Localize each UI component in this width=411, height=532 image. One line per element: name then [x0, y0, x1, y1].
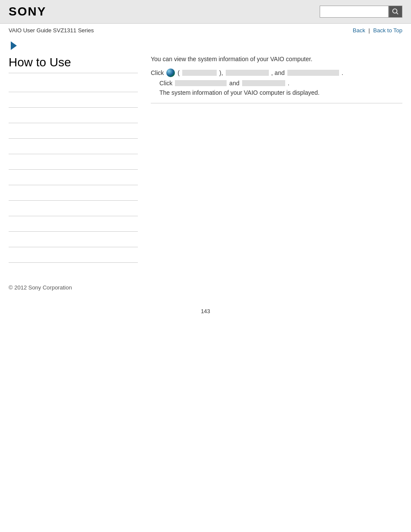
search-area	[320, 6, 402, 18]
step2-placeholder-1	[175, 80, 227, 86]
list-item	[9, 216, 138, 232]
step1-suffix: .	[342, 69, 343, 76]
nav-separator: |	[368, 27, 370, 34]
globe-icon	[166, 68, 175, 77]
content-note: The system information of your VAIO comp…	[159, 89, 402, 96]
back-to-top-link[interactable]: Back to Top	[373, 27, 402, 34]
page-header: SONY	[0, 0, 411, 24]
list-item	[9, 77, 138, 92]
step2-click-text: Click	[159, 80, 172, 87]
list-item	[9, 170, 138, 185]
step2-suffix: .	[288, 80, 290, 87]
list-item	[9, 154, 138, 170]
step2-placeholder-2	[242, 80, 285, 86]
list-item	[9, 247, 138, 263]
search-icon	[392, 8, 399, 15]
search-input[interactable]	[320, 6, 389, 18]
search-button[interactable]	[389, 6, 402, 18]
guide-title: VAIO User Guide SVZ1311 Series	[9, 27, 94, 34]
content-intro: You can view the system information of y…	[151, 56, 402, 62]
content-divider	[151, 103, 402, 103]
step-1: Click ( ), , and .	[151, 68, 402, 77]
step1-and: , and	[271, 69, 285, 76]
sidebar-links	[9, 77, 138, 263]
list-item	[9, 201, 138, 216]
list-item	[9, 139, 138, 154]
step1-placeholder-1	[182, 70, 217, 76]
svg-line-1	[397, 13, 399, 15]
list-item	[9, 92, 138, 108]
content-area: You can view the system information of y…	[151, 56, 402, 263]
list-item	[9, 232, 138, 247]
sidebar-title: How to Use	[9, 56, 138, 73]
sidebar: How to Use	[9, 56, 138, 263]
step1-placeholder-2	[226, 70, 269, 76]
step1-paren-open: (	[177, 69, 180, 76]
svg-point-0	[393, 9, 397, 13]
page-number: 143	[0, 308, 411, 323]
chevron-right-icon	[11, 41, 17, 50]
breadcrumb	[0, 37, 411, 51]
main-content: How to Use You can view the system infor…	[0, 51, 411, 271]
note-text: The system information of your VAIO comp…	[159, 89, 320, 96]
step1-click-text: Click	[151, 69, 164, 76]
step2-and: and	[229, 80, 239, 87]
step1-paren-close: ),	[219, 69, 223, 76]
nav-bar: VAIO User Guide SVZ1311 Series Back | Ba…	[0, 24, 411, 37]
step1-placeholder-3	[287, 70, 339, 76]
copyright-text: © 2012 Sony Corporation	[9, 284, 72, 291]
list-item	[9, 108, 138, 123]
step-2: Click and .	[159, 80, 402, 87]
nav-links: Back | Back to Top	[353, 27, 402, 34]
page-footer: © 2012 Sony Corporation	[0, 271, 411, 299]
back-link[interactable]: Back	[353, 27, 365, 34]
list-item	[9, 185, 138, 201]
list-item	[9, 123, 138, 139]
sony-logo: SONY	[9, 5, 46, 19]
